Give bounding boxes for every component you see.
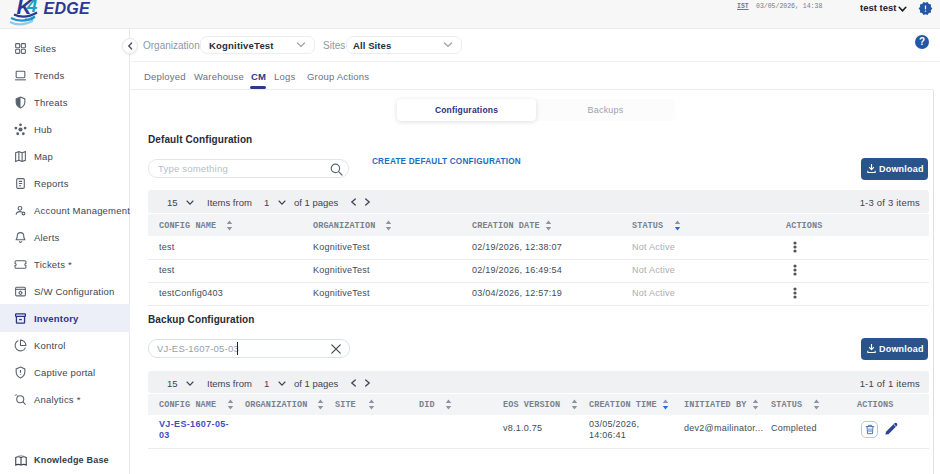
svg-text:EDGE: EDGE	[44, 0, 92, 17]
